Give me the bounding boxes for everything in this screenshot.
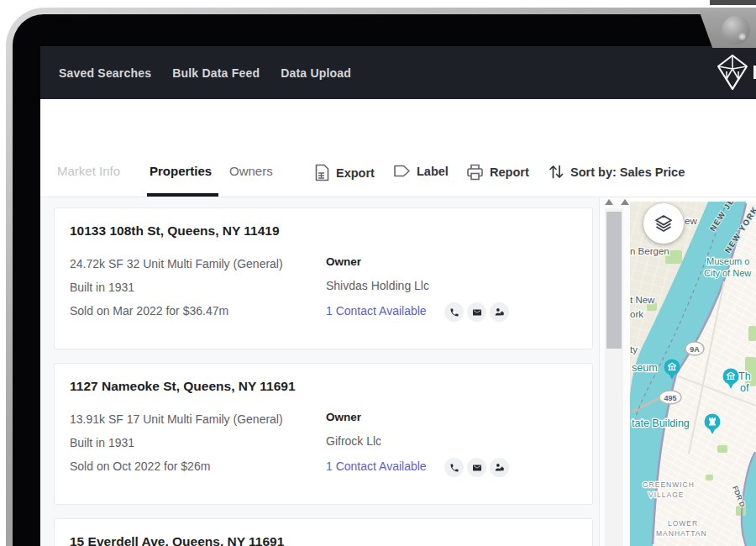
map-label-greenwich-2: VILLAGE	[648, 491, 684, 499]
report-label: Report	[490, 165, 529, 179]
nav-item-data-upload[interactable]: Data Upload	[281, 66, 351, 80]
map-label-west-new-york-2: ork	[630, 309, 643, 319]
property-address: 15 Everdell Ave, Queens, NY 11691	[70, 534, 284, 546]
nav-item-bulk-data-feed[interactable]: Bulk Data Feed	[172, 66, 260, 80]
active-tab-underline	[147, 193, 218, 197]
property-detail-sold: Sold on Oct 2022 for $26m	[70, 459, 210, 473]
app-screen: Saved Searches Bulk Data Feed Data Uploa…	[40, 46, 756, 546]
map-label-museum-city-2: City of New	[704, 268, 751, 278]
tabs-toolbar-row: Market Info Properties Owners Export Lab…	[40, 151, 756, 197]
map-label-greenwich-1: GREENWICH	[643, 480, 695, 489]
map-layers-button[interactable]	[643, 203, 684, 244]
property-detail-sold: Sold on Mar 2022 for $36.47m	[70, 304, 228, 318]
contact-available-link[interactable]: 1 Contact Available	[326, 304, 427, 318]
owner-label: Owner	[326, 411, 361, 423]
report-printer-icon	[466, 164, 484, 181]
search-filter-row: Property type: Multi Family (General) × …	[40, 99, 756, 151]
sort-button[interactable]: Sort by: Sales Price	[548, 164, 685, 180]
device-top-strip	[710, 0, 756, 5]
map-route-shield-495: 495	[659, 391, 681, 404]
svg-text:495: 495	[664, 394, 676, 402]
property-address: 1127 Nameoke St, Queens, NY 11691	[70, 379, 296, 394]
map-label-moma-2: of	[740, 382, 749, 394]
property-detail-built: Built in 1931	[70, 281, 134, 294]
property-detail-size: 13.91k SF 17 Unit Multi Family (General)	[70, 412, 283, 426]
contact-phone-icon[interactable]	[444, 302, 464, 322]
map-label-north-bergen: n Bergen	[630, 246, 669, 256]
map-label-empire-state-partial: tate Building	[632, 417, 690, 429]
contact-person-icon[interactable]	[490, 302, 509, 322]
layers-icon	[654, 213, 674, 234]
owner-name: Gifrock Llc	[326, 434, 381, 448]
tab-owners[interactable]: Owners	[229, 164, 273, 178]
map-label-lower-manhattan-2: MANHATTAN	[656, 529, 707, 538]
tab-properties[interactable]: Properties	[150, 164, 212, 178]
contact-email-icon[interactable]	[467, 302, 486, 322]
export-spreadsheet-icon	[314, 164, 330, 181]
nav-item-saved-searches[interactable]: Saved Searches	[59, 66, 151, 80]
svg-text:9A: 9A	[690, 345, 700, 354]
map-label-city-partial: ty	[630, 344, 638, 354]
property-card[interactable]: 10133 108th St, Queens, NY 11419 24.72k …	[54, 207, 593, 349]
brand-diamond-logo-icon	[716, 54, 749, 91]
screenshot-canvas: Saved Searches Bulk Data Feed Data Uploa…	[0, 0, 756, 546]
map-label-lower-manhattan-1: LOWER	[668, 519, 698, 528]
map-label-museum-city-1: Museum o	[706, 256, 749, 266]
owner-label: Owner	[326, 255, 361, 268]
property-results-list: 10133 108th St, Queens, NY 11419 24.72k …	[40, 197, 599, 546]
export-label: Export	[336, 166, 375, 180]
property-detail-size: 24.72k SF 32 Unit Multi Family (General)	[70, 257, 283, 270]
scrollbar-thumb[interactable]	[606, 212, 622, 349]
contact-phone-icon[interactable]	[444, 458, 464, 477]
owner-name: Shivdas Holding Llc	[326, 279, 429, 292]
contact-available-link[interactable]: 1 Contact Available	[326, 459, 427, 473]
tab-market-info[interactable]: Market Info	[57, 164, 120, 178]
map-route-shield-9a: 9A	[685, 342, 704, 355]
map-panel[interactable]: ew n Bergen t New ork ty GREENWICH VILLA…	[630, 202, 756, 546]
sort-label: Sort by: Sales Price	[570, 165, 685, 179]
sort-arrows-icon	[548, 164, 564, 180]
contact-email-icon[interactable]	[467, 458, 486, 477]
map-label-view-partial: ew	[685, 216, 697, 226]
property-card[interactable]: 1127 Nameoke St, Queens, NY 11691 13.91k…	[54, 363, 593, 505]
device-camera-glint	[738, 33, 746, 40]
scroll-up-arrow[interactable]	[621, 199, 629, 205]
property-card[interactable]: 15 Everdell Ave, Queens, NY 11691	[54, 518, 593, 546]
label-button[interactable]: Label	[393, 164, 449, 178]
map-label-west-new-york-1: t New	[630, 295, 655, 305]
export-button[interactable]: Export	[314, 164, 375, 181]
map-canvas: ew n Bergen t New ork ty GREENWICH VILLA…	[630, 202, 756, 546]
map-label-intrepid-partial: seum	[632, 362, 658, 374]
top-navigation-bar: Saved Searches Bulk Data Feed Data Uploa…	[40, 46, 756, 99]
property-address: 10133 108th St, Queens, NY 11419	[70, 223, 280, 239]
device-camera-lens	[722, 16, 750, 45]
label-label: Label	[417, 165, 449, 178]
map-label-moma-1: Th	[738, 370, 751, 382]
property-detail-built: Built in 1931	[70, 436, 134, 449]
report-button[interactable]: Report	[466, 164, 529, 181]
scroll-up-arrow[interactable]	[605, 199, 613, 205]
contact-person-icon[interactable]	[490, 458, 509, 477]
label-tag-icon	[393, 164, 411, 178]
